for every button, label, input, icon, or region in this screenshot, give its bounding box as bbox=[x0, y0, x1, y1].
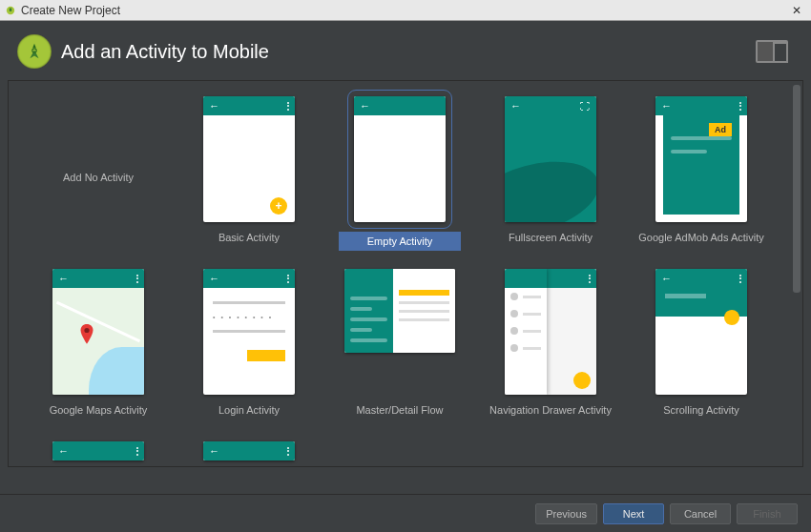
template-google-maps-activity[interactable]: ← Google Maps Activity bbox=[28, 263, 169, 430]
template-master-detail-flow[interactable]: Master/Detail Flow bbox=[329, 263, 470, 430]
back-arrow-icon: ← bbox=[209, 100, 219, 112]
overflow-icon bbox=[287, 102, 289, 111]
template-label: Google AdMob Ads Activity bbox=[638, 232, 763, 243]
android-studio-icon bbox=[6, 6, 15, 15]
template-thumbnail bbox=[505, 269, 596, 395]
template-thumbnail: ← • • • • • • • • bbox=[203, 269, 295, 395]
template-label: Master/Detail Flow bbox=[356, 404, 443, 416]
template-thumbnail: ← Ad bbox=[655, 96, 747, 222]
window-title: Create New Project bbox=[21, 4, 120, 17]
back-arrow-icon: ← bbox=[510, 100, 521, 112]
back-arrow-icon: ← bbox=[58, 445, 69, 457]
template-label: Basic Activity bbox=[218, 232, 280, 243]
template-gallery: Add No Activity ← + Basic Activity ← Emp… bbox=[8, 80, 803, 467]
template-thumbnail: ← bbox=[354, 96, 446, 222]
finish-button: Finish bbox=[737, 503, 798, 524]
previous-button[interactable]: Previous bbox=[535, 503, 597, 524]
template-label: Login Activity bbox=[218, 404, 280, 416]
template-label: Fullscreen Activity bbox=[509, 232, 593, 243]
template-label: Scrolling Activity bbox=[663, 404, 738, 416]
back-arrow-icon: ← bbox=[661, 273, 672, 284]
template-row-partial[interactable]: ← bbox=[28, 436, 169, 466]
svg-rect-1 bbox=[10, 8, 12, 10]
overflow-icon bbox=[287, 275, 289, 283]
back-arrow-icon: ← bbox=[58, 273, 69, 284]
gallery-scrollbar[interactable] bbox=[793, 85, 801, 462]
page-title: Add an Activity to Mobile bbox=[61, 41, 269, 63]
back-arrow-icon: ← bbox=[209, 273, 219, 284]
map-pin-icon bbox=[79, 324, 94, 345]
wizard-footer: Previous Next Cancel Finish bbox=[0, 494, 811, 532]
template-thumbnail: ←⛶ bbox=[505, 96, 596, 222]
ad-badge: Ad bbox=[709, 123, 732, 136]
form-factor-icon bbox=[756, 40, 788, 63]
template-row-partial[interactable]: ← bbox=[178, 436, 320, 466]
template-thumbnail: ← + bbox=[203, 96, 295, 222]
template-add-no-activity[interactable]: Add No Activity bbox=[28, 91, 169, 257]
fullscreen-icon: ⛶ bbox=[580, 101, 591, 112]
overflow-icon bbox=[287, 447, 289, 456]
template-basic-activity[interactable]: ← + Basic Activity bbox=[178, 91, 320, 257]
template-admob-activity[interactable]: ← Ad Google AdMob Ads Activity bbox=[631, 91, 772, 257]
wizard-header: Add an Activity to Mobile bbox=[0, 21, 811, 76]
template-empty-activity[interactable]: ← Empty Activity bbox=[329, 91, 470, 257]
overflow-icon bbox=[739, 102, 741, 111]
back-arrow-icon: ← bbox=[360, 100, 370, 112]
fab-icon bbox=[573, 372, 591, 389]
template-navigation-drawer-activity[interactable]: Navigation Drawer Activity bbox=[480, 263, 621, 430]
template-label: Empty Activity bbox=[339, 232, 461, 251]
template-fullscreen-activity[interactable]: ←⛶ Fullscreen Activity bbox=[480, 91, 621, 257]
svg-point-3 bbox=[84, 328, 89, 333]
template-label: Google Maps Activity bbox=[50, 404, 148, 416]
template-thumbnail: ← bbox=[52, 269, 144, 395]
fab-icon: + bbox=[270, 197, 287, 215]
template-label: Add No Activity bbox=[63, 172, 134, 183]
template-label: Navigation Drawer Activity bbox=[489, 404, 612, 416]
cancel-button[interactable]: Cancel bbox=[670, 503, 731, 524]
back-arrow-icon: ← bbox=[661, 100, 672, 112]
template-thumbnail: ← bbox=[203, 441, 295, 460]
template-thumbnail: ← bbox=[655, 269, 747, 395]
android-studio-logo bbox=[17, 34, 52, 69]
close-icon[interactable]: ✕ bbox=[788, 4, 805, 17]
template-scrolling-activity[interactable]: ← Scrolling Activity bbox=[631, 263, 772, 430]
overflow-icon bbox=[739, 275, 741, 283]
template-login-activity[interactable]: ← • • • • • • • • Login Activity bbox=[178, 263, 320, 430]
overflow-icon bbox=[136, 275, 138, 283]
window-titlebar: Create New Project ✕ bbox=[0, 0, 811, 21]
back-arrow-icon: ← bbox=[209, 445, 219, 457]
next-button[interactable]: Next bbox=[603, 503, 664, 524]
fab-icon bbox=[724, 310, 739, 325]
overflow-icon bbox=[589, 275, 591, 283]
overflow-icon bbox=[136, 447, 138, 456]
template-thumbnail bbox=[344, 269, 455, 353]
template-thumbnail: ← bbox=[52, 441, 144, 460]
